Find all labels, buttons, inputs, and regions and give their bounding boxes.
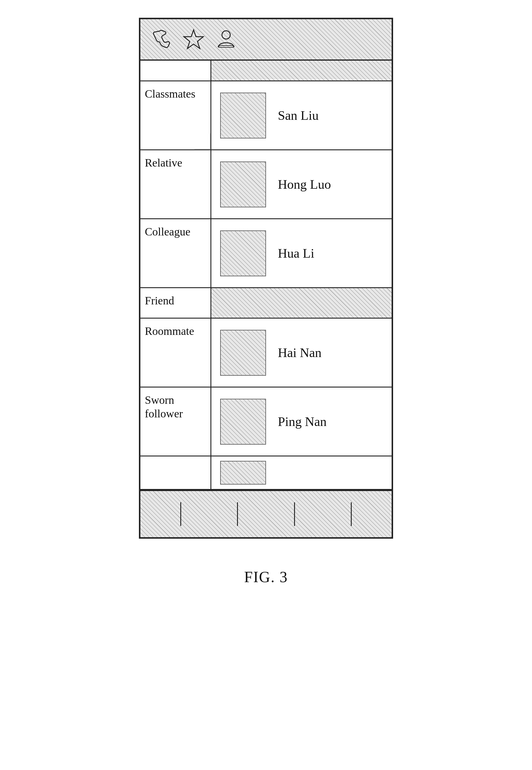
contact-row: Colleague Hua Li bbox=[140, 219, 392, 288]
nav-item-3[interactable] bbox=[294, 502, 295, 526]
figure-caption: FIG. 3 bbox=[244, 568, 288, 586]
category-label: Relative bbox=[145, 156, 206, 170]
search-right bbox=[211, 61, 392, 80]
avatar bbox=[220, 161, 266, 208]
category-label: Sworn follower bbox=[145, 393, 206, 420]
avatar bbox=[220, 330, 266, 376]
svg-marker-0 bbox=[184, 30, 203, 48]
contact-row: Relative Hong Luo bbox=[140, 150, 392, 219]
category-empty bbox=[140, 456, 211, 489]
contact-name: Hua Li bbox=[275, 246, 314, 261]
category-classmates[interactable]: Classmates bbox=[140, 81, 211, 149]
contact-content-classmates: San Liu bbox=[211, 81, 392, 149]
contact-item[interactable]: Hong Luo bbox=[211, 150, 392, 218]
search-bar bbox=[140, 61, 392, 81]
category-relative[interactable]: Relative bbox=[140, 150, 211, 218]
contact-item[interactable]: Hai Nan bbox=[211, 319, 392, 387]
contact-item[interactable]: Ping Nan bbox=[211, 388, 392, 455]
phone-icon bbox=[151, 29, 171, 50]
nav-line-4 bbox=[351, 502, 352, 526]
phone-frame: Classmates San Liu Relative bbox=[139, 18, 393, 539]
nav-line-1 bbox=[180, 502, 181, 526]
contact-list: Classmates San Liu Relative bbox=[140, 81, 392, 490]
category-roommate[interactable]: Roommate bbox=[140, 319, 211, 387]
svg-rect-2 bbox=[218, 46, 234, 47]
category-label: Roommate bbox=[145, 325, 206, 338]
contact-row-last bbox=[140, 456, 392, 490]
nav-line-3 bbox=[294, 502, 295, 526]
contact-row: Roommate Hai Nan bbox=[140, 319, 392, 388]
nav-line-2 bbox=[237, 502, 238, 526]
contact-row: Sworn follower Ping Nan bbox=[140, 388, 392, 456]
avatar bbox=[220, 231, 266, 276]
contact-name: Hai Nan bbox=[275, 345, 322, 360]
avatar bbox=[220, 461, 266, 484]
contact-name: San Liu bbox=[275, 108, 319, 123]
contact-name: Hong Luo bbox=[275, 177, 331, 192]
contact-item[interactable]: San Liu bbox=[211, 81, 392, 149]
star-icon bbox=[183, 28, 205, 51]
contact-content-roommate: Hai Nan bbox=[211, 319, 392, 387]
category-sworn-follower[interactable]: Sworn follower bbox=[140, 388, 211, 455]
page-wrapper: Classmates San Liu Relative bbox=[0, 0, 532, 770]
star-icon-container bbox=[182, 27, 205, 51]
phone-icon-container bbox=[149, 27, 173, 51]
category-label: Friend bbox=[145, 294, 206, 308]
category-label: Colleague bbox=[145, 225, 206, 239]
contact-content-sworn: Ping Nan bbox=[211, 388, 392, 455]
search-left bbox=[140, 61, 211, 80]
friend-full-hatch bbox=[211, 288, 392, 318]
nav-item-4[interactable] bbox=[351, 502, 352, 526]
category-colleague[interactable]: Colleague bbox=[140, 219, 211, 287]
contact-content-last bbox=[211, 456, 392, 489]
avatar bbox=[220, 93, 266, 138]
person-icon-container bbox=[214, 27, 238, 51]
person-icon bbox=[216, 29, 236, 50]
nav-item-2[interactable] bbox=[237, 502, 238, 526]
category-friend[interactable]: Friend bbox=[140, 288, 211, 318]
contact-content-colleague: Hua Li bbox=[211, 219, 392, 287]
contact-row-friend: Friend bbox=[140, 288, 392, 319]
top-bar bbox=[140, 19, 392, 61]
category-label: Classmates bbox=[145, 87, 206, 101]
contact-content-relative: Hong Luo bbox=[211, 150, 392, 218]
contact-item[interactable]: Hua Li bbox=[211, 219, 392, 287]
bottom-bar bbox=[140, 490, 392, 537]
avatar bbox=[220, 399, 266, 445]
nav-item-1[interactable] bbox=[180, 502, 181, 526]
contact-name: Ping Nan bbox=[275, 414, 327, 429]
svg-point-1 bbox=[222, 31, 230, 39]
contact-row: Classmates San Liu bbox=[140, 81, 392, 150]
